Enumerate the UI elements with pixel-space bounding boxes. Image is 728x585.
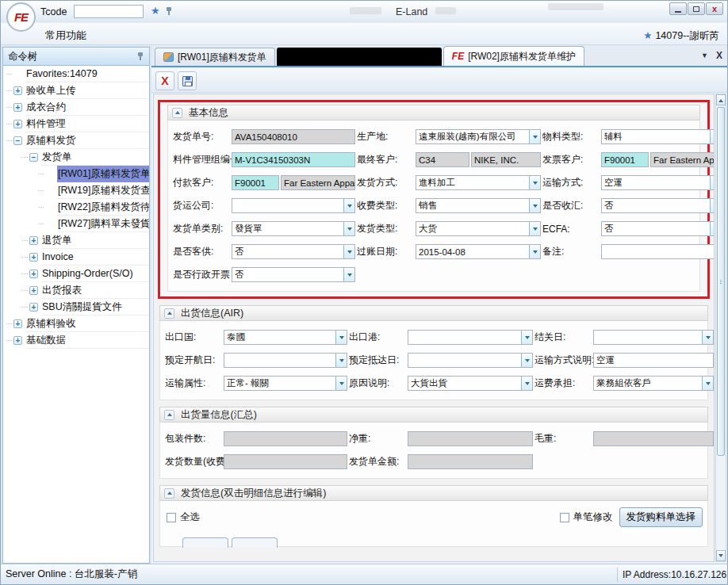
export-port-select[interactable] [408,330,533,345]
transport-mode-select[interactable]: 空運 [601,175,715,190]
panel-pin-icon[interactable] [136,52,144,61]
dropdown-arrow-icon[interactable] [702,331,713,344]
tree-item-garment-contract[interactable]: +成衣合约 [3,99,149,116]
etd-picker[interactable] [224,353,347,368]
dropdown-arrow-icon[interactable] [529,199,540,212]
material-type-select[interactable]: 辅料 [601,129,715,144]
expand-icon[interactable]: + [29,303,38,312]
transport-attribute-select[interactable]: 正常- 報關 [224,376,347,391]
customer-supplied-select[interactable]: 否 [232,244,355,259]
dropdown-arrow-icon[interactable] [521,354,532,367]
tree-item-material-mgmt[interactable]: +料件管理 [3,116,149,132]
admin-invoice-select[interactable]: 否 [232,267,355,282]
vertical-scrollbar[interactable] [715,94,726,562]
expand-icon[interactable]: + [13,103,22,112]
partial-tab[interactable] [182,537,228,548]
scroll-thumb[interactable] [717,107,725,456]
collapse-icon[interactable]: − [13,136,22,145]
shipment-category-select[interactable]: 發貨單 [232,221,355,236]
eta-picker[interactable] [408,353,533,368]
tree-item-rw19[interactable]: [RW19]原辅料发货查询 [3,182,149,199]
dropdown-arrow-icon[interactable] [529,176,540,189]
tree-item-shipping-order[interactable]: +Shipping-Order(S/O) [3,266,149,282]
charge-type-select[interactable]: 销售 [416,198,541,213]
menu-item-common-functions[interactable]: 常用功能 [45,29,86,43]
payment-customer-code-field[interactable]: F90001 [232,175,279,190]
expand-icon[interactable]: + [29,236,38,245]
tcode-input[interactable] [74,5,144,18]
customs-closing-date-picker[interactable] [593,330,714,345]
dropdown-arrow-icon[interactable] [521,331,532,344]
tree-item-base-data[interactable]: +基础数据 [3,332,149,349]
dropdown-arrow-icon[interactable] [343,268,354,281]
tree-item-raw-material-shipping[interactable]: −原辅料发货 [3,132,149,149]
choose-purchase-order-button[interactable]: 发货购料单选择 [619,507,703,527]
dropdown-arrow-icon[interactable] [710,176,715,189]
ecfa-select[interactable]: 否 [601,221,715,236]
dropdown-arrow-icon[interactable] [710,130,715,143]
expand-icon[interactable]: + [13,86,22,95]
tree-item-returns[interactable]: +退货单 [3,232,149,249]
close-button[interactable]: x [706,2,723,15]
posting-date-picker[interactable]: 2015-04-08 [416,244,541,259]
tab-3[interactable]: FE[RW02]原辅料发货单维护 [443,46,584,66]
tree-item-shipping-reports[interactable]: +出货报表 [3,282,149,299]
tree-item-rw27[interactable]: [RW27]購料單未發貨待完结 [3,216,149,232]
expand-icon[interactable]: + [13,319,22,328]
material-mgmt-group-no-field[interactable]: M-V1C34150303N [232,152,355,167]
freight-bearer-select[interactable]: 業務組依客戶 [593,376,714,391]
expand-icon[interactable]: + [13,120,22,128]
dropdown-arrow-icon[interactable] [521,377,532,390]
maximize-button[interactable] [688,2,705,15]
tab-redacted[interactable] [277,48,442,66]
dropdown-arrow-icon[interactable] [343,245,354,258]
freight-company-select[interactable] [232,198,355,213]
partial-tab[interactable] [232,537,278,548]
scroll-down-button[interactable] [716,550,726,561]
expand-icon[interactable]: + [29,270,38,278]
section-collapse-icon[interactable] [172,108,182,118]
expand-icon[interactable]: + [13,336,22,345]
forex-received-select[interactable]: 否 [601,198,715,213]
remarks-input[interactable] [601,244,715,259]
tree-item-raw-material-inspection[interactable]: +原辅料验收 [3,315,149,332]
tree-item-sbu-customs-docs[interactable]: +SBU清關提貨文件 [3,299,149,315]
transport-mode-desc-input[interactable]: 空運 [593,353,714,368]
dropdown-arrow-icon[interactable] [529,245,540,258]
favorite-star-icon[interactable]: ★ [151,5,160,17]
section-collapse-icon[interactable] [164,410,174,420]
invoice-customer-code-field[interactable]: F90001 [601,152,649,167]
toolbar-save-button[interactable] [178,71,197,90]
dropdown-arrow-icon[interactable] [335,377,347,390]
tab-close-icon[interactable]: X [716,50,722,61]
reason-desc-select[interactable]: 大貨出貨 [408,376,533,391]
dropdown-arrow-icon[interactable] [343,199,354,212]
tab-1[interactable]: [RW01]原辅料发货单 [155,48,275,66]
tree-item-invoice[interactable]: +Invoice [3,249,149,266]
production-site-select[interactable]: 遠東服装(越南)有限公司 [416,129,541,144]
delivery-type-select[interactable]: 大货 [416,221,541,236]
collapse-icon[interactable]: − [29,153,38,162]
toolbar-close-button[interactable]: X [155,71,174,90]
section-collapse-icon[interactable] [164,308,174,319]
dropdown-arrow-icon[interactable] [710,222,715,235]
tree-item-rw22[interactable]: [RW22]原辅料发货待完结 [3,199,149,216]
tree-item-shipment-orders[interactable]: −发货单 [3,149,149,166]
tree-item-rw01[interactable]: [RW01]原辅料发货单 [3,166,149,182]
dropdown-arrow-icon[interactable] [529,222,540,235]
dropdown-arrow-icon[interactable] [335,331,347,344]
scroll-up-button[interactable] [716,94,726,105]
single-edit-checkbox[interactable] [560,513,569,522]
dropdown-arrow-icon[interactable] [702,377,713,390]
dropdown-arrow-icon[interactable] [710,199,715,212]
dropdown-arrow-icon[interactable] [343,222,354,235]
section-collapse-icon[interactable] [164,488,174,499]
pin-icon[interactable] [165,6,173,16]
tree-item-receipt-upload[interactable]: +验收单上传 [3,82,149,99]
tab-list-arrow-icon[interactable]: ▼ [701,52,708,59]
minimize-button[interactable] [669,2,687,15]
expand-icon[interactable]: + [29,253,38,262]
dropdown-arrow-icon[interactable] [335,354,347,367]
dropdown-arrow-icon[interactable] [529,130,540,143]
delivery-method-select[interactable]: 進料加工 [416,175,541,190]
